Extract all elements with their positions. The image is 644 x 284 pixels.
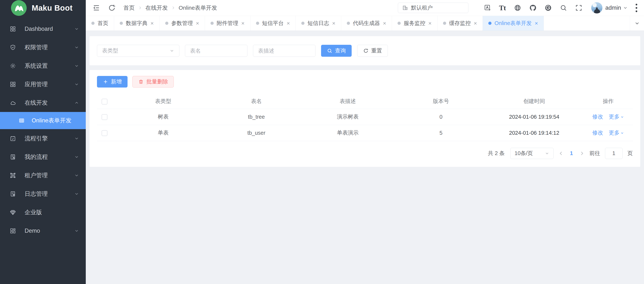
table-header-row: 表类型 表名 表描述 版本号 创建时间 操作 bbox=[97, 94, 633, 109]
refresh-icon[interactable] bbox=[108, 4, 116, 12]
edit-link[interactable]: 修改 bbox=[592, 113, 603, 121]
goto-page-input[interactable] bbox=[605, 148, 622, 159]
sidebar-item-label: 企业版 bbox=[24, 208, 79, 216]
avatar[interactable] bbox=[591, 2, 602, 14]
github-icon[interactable] bbox=[529, 4, 536, 12]
tab-close-icon[interactable]: × bbox=[287, 21, 290, 26]
more-link[interactable]: 更多 bbox=[609, 129, 624, 137]
tab-close-icon[interactable]: × bbox=[241, 21, 244, 26]
tab-sms-platform[interactable]: 短信平台 × bbox=[250, 16, 296, 31]
sidebar-item-label: Online表单开发 bbox=[32, 117, 72, 124]
table-type-select[interactable]: 表类型 bbox=[97, 45, 179, 57]
font-size-icon[interactable]: Tt bbox=[499, 5, 506, 11]
tab-data-dict[interactable]: 数据字典 × bbox=[114, 16, 160, 31]
tab-close-icon[interactable]: × bbox=[150, 21, 154, 26]
layout-size-icon[interactable] bbox=[484, 4, 491, 12]
table-desc-input[interactable] bbox=[253, 45, 316, 57]
tenant-select[interactable]: 默认租户 bbox=[398, 3, 468, 13]
column-header-version: 版本号 bbox=[397, 94, 485, 109]
tab-label: 短信平台 bbox=[262, 20, 284, 27]
gitee-icon[interactable] bbox=[544, 4, 552, 12]
tab-param-mgmt[interactable]: 参数管理 × bbox=[160, 16, 205, 31]
cell-type: 单表 bbox=[112, 125, 214, 141]
user-name[interactable]: admin bbox=[606, 5, 621, 11]
app-logo[interactable]: Maku Boot bbox=[0, 0, 86, 16]
sidebar-item-my-workflow[interactable]: 我的流程 bbox=[0, 148, 86, 166]
sidebar-item-dashboard[interactable]: Dashboard bbox=[0, 20, 86, 38]
tab-close-icon[interactable]: × bbox=[474, 21, 477, 26]
chevron-down-icon bbox=[74, 82, 79, 87]
tab-list-dropdown[interactable] bbox=[630, 16, 644, 31]
sidebar-item-permissions[interactable]: 权限管理 bbox=[0, 38, 86, 57]
tab-label: 附件管理 bbox=[217, 20, 238, 27]
prev-page-button[interactable] bbox=[558, 151, 564, 156]
breadcrumb-online-dev[interactable]: 在线开发 bbox=[146, 4, 168, 12]
tab-dot-icon bbox=[488, 22, 492, 25]
fullscreen-icon[interactable] bbox=[575, 4, 582, 12]
search-button-label: 查询 bbox=[335, 47, 346, 55]
tab-bar-spacer bbox=[544, 16, 630, 31]
tab-home[interactable]: 首页 bbox=[86, 16, 114, 31]
batch-delete-button[interactable]: 批量删除 bbox=[132, 76, 174, 88]
dashboard-icon bbox=[10, 26, 16, 32]
row-checkbox[interactable] bbox=[102, 114, 108, 120]
search-button[interactable]: 查询 bbox=[321, 45, 352, 57]
tab-close-icon[interactable]: × bbox=[383, 21, 386, 26]
chevron-up-icon bbox=[74, 100, 79, 105]
sidebar-item-label: 应用管理 bbox=[24, 80, 74, 88]
sidebar-item-workflow-engine[interactable]: 流程引擎 bbox=[0, 129, 86, 148]
tab-service-monitor[interactable]: 服务监控 × bbox=[392, 16, 438, 31]
reset-button[interactable]: 重置 bbox=[357, 45, 388, 57]
tab-code-generator[interactable]: 代码生成器 × bbox=[341, 16, 392, 31]
table-name-input[interactable] bbox=[185, 45, 248, 57]
table-toolbar: 新增 批量删除 bbox=[97, 76, 633, 88]
tab-close-icon[interactable]: × bbox=[332, 21, 336, 26]
next-page-button[interactable] bbox=[579, 151, 584, 156]
chevron-down-icon bbox=[74, 228, 79, 233]
column-header-name: 表名 bbox=[214, 94, 298, 109]
page-size-select[interactable]: 10条/页 bbox=[510, 148, 554, 159]
app-root: Maku Boot Dashboard 权限管理 系统设置 应用管理 bbox=[0, 0, 644, 284]
tab-cache-monitor[interactable]: 缓存监控 × bbox=[438, 16, 483, 31]
tab-close-icon[interactable]: × bbox=[535, 21, 538, 26]
language-globe-icon[interactable] bbox=[514, 4, 521, 12]
menu-collapse-icon[interactable] bbox=[92, 4, 100, 12]
sidebar-item-log-management[interactable]: 日志管理 bbox=[0, 185, 86, 203]
breadcrumb-current: Online表单开发 bbox=[178, 4, 217, 12]
tab-close-icon[interactable]: × bbox=[196, 21, 199, 26]
page-number-current[interactable]: 1 bbox=[568, 150, 574, 156]
more-link[interactable]: 更多 bbox=[609, 113, 624, 121]
cell-desc: 单表演示 bbox=[298, 125, 397, 141]
row-checkbox[interactable] bbox=[102, 130, 108, 136]
breadcrumb-home[interactable]: 首页 bbox=[124, 4, 134, 12]
gear-icon bbox=[10, 63, 16, 69]
sidebar-item-tenant-management[interactable]: 租户管理 bbox=[0, 166, 86, 185]
edit-link[interactable]: 修改 bbox=[592, 129, 603, 137]
tab-sms-log[interactable]: 短信日志 × bbox=[296, 16, 341, 31]
select-all-checkbox[interactable] bbox=[102, 99, 108, 105]
search-icon[interactable] bbox=[560, 4, 567, 12]
top-header: 首页 在线开发 Online表单开发 默认租户 Tt admin bbox=[86, 0, 644, 16]
sidebar-item-system-settings[interactable]: 系统设置 bbox=[0, 57, 86, 75]
sidebar-item-online-form-dev[interactable]: Online表单开发 bbox=[0, 112, 86, 129]
tab-dot-icon bbox=[347, 22, 350, 25]
chevron-down-icon bbox=[74, 154, 79, 159]
sidebar-item-app-management[interactable]: 应用管理 bbox=[0, 75, 86, 94]
sidebar-item-enterprise[interactable]: 企业版 bbox=[0, 203, 86, 221]
tab-online-form-dev[interactable]: Online表单开发 × bbox=[483, 16, 544, 31]
more-menu-icon[interactable] bbox=[634, 3, 638, 13]
sidebar-item-online-dev[interactable]: 在线开发 bbox=[0, 94, 86, 112]
cell-desc: 演示树表 bbox=[298, 109, 397, 125]
table-type-select-placeholder: 表类型 bbox=[102, 47, 118, 55]
add-button[interactable]: 新增 bbox=[97, 76, 128, 88]
sidebar-item-label: 我的流程 bbox=[24, 153, 74, 161]
chevron-down-icon[interactable] bbox=[623, 6, 628, 10]
tab-close-icon[interactable]: × bbox=[428, 21, 432, 26]
sidebar-item-demo[interactable]: Demo bbox=[0, 221, 86, 240]
calendar-check-icon bbox=[10, 135, 16, 142]
tab-attachment-mgmt[interactable]: 附件管理 × bbox=[205, 16, 250, 31]
data-table: 表类型 表名 表描述 版本号 创建时间 操作 树表 tb_tree bbox=[97, 94, 633, 141]
table-card: 新增 批量删除 表类型 表名 bbox=[90, 70, 640, 167]
cell-version: 0 bbox=[397, 109, 485, 125]
chevron-down-icon bbox=[620, 131, 624, 135]
